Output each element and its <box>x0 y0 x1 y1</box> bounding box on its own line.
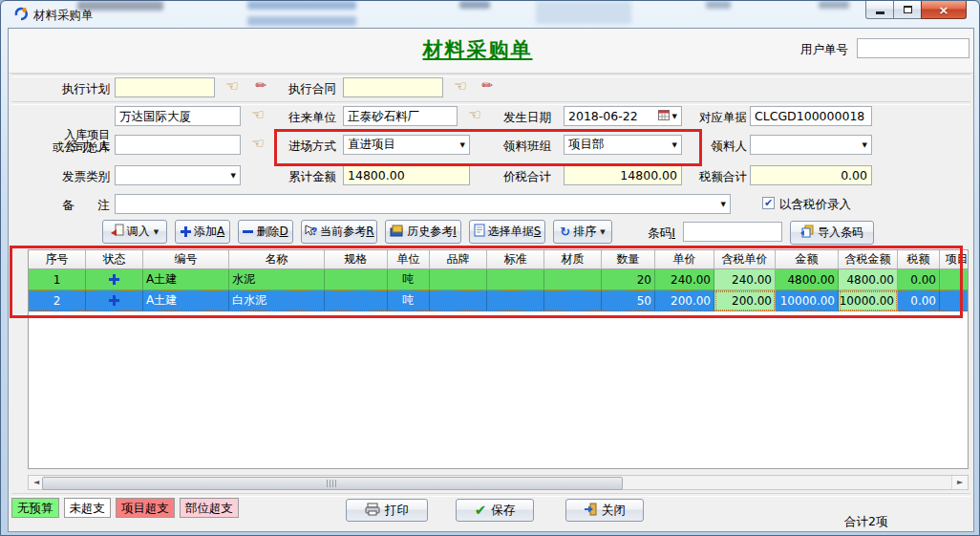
toolbar-button-book[interactable]: 历史参考I <box>385 220 461 244</box>
horizontal-scrollbar[interactable]: ◄ ► <box>28 475 969 490</box>
table-cell[interactable] <box>544 290 602 311</box>
exec-contract-input[interactable] <box>343 77 443 97</box>
picking-team-select[interactable]: 项目部▼ <box>564 135 682 155</box>
toolbar-button-note[interactable]: 选择单据S <box>469 220 545 244</box>
maximize-button[interactable] <box>894 1 921 19</box>
invoice-type-select[interactable]: ▼ <box>115 165 241 185</box>
project-lookup-hand-icon[interactable]: ☜ <box>246 105 269 124</box>
remark-combo[interactable]: ▼ <box>115 194 731 214</box>
import-barcode-button[interactable]: 导入条码 <box>790 221 874 245</box>
table-cell[interactable]: 50 <box>602 290 655 311</box>
toolbar-button-sort[interactable]: ↻排序▼ <box>553 220 612 244</box>
table-cell[interactable] <box>544 269 602 290</box>
table-cell[interactable]: 1 <box>29 269 86 290</box>
minimize-button[interactable] <box>865 1 894 19</box>
table-cell[interactable]: 吨 <box>388 290 430 311</box>
table-cell[interactable]: 吨 <box>388 269 430 290</box>
column-header[interactable]: 含税单价 <box>714 250 776 269</box>
column-header[interactable]: 含税金额 <box>839 250 898 269</box>
ref-doc-input[interactable]: CLCGD100000018 <box>750 106 872 126</box>
toolbar-button-plus[interactable]: 添加A <box>175 220 230 244</box>
table-cell[interactable] <box>325 269 388 290</box>
column-header[interactable]: 编号 <box>143 250 229 269</box>
table-cell[interactable] <box>940 290 969 311</box>
toolbar-button-minus[interactable]: 删除D <box>238 220 293 244</box>
table-cell[interactable]: A土建 <box>143 269 229 290</box>
column-header[interactable]: 金额 <box>776 250 839 269</box>
table-cell[interactable] <box>86 290 143 311</box>
column-header[interactable]: 单价 <box>655 250 714 269</box>
user-no-input[interactable] <box>857 38 969 58</box>
table-row[interactable]: 2A土建白水泥吨50200.00200.0010000.0010000.000.… <box>29 290 968 311</box>
column-header[interactable]: 税额 <box>898 250 940 269</box>
entry-mode-label: 进场方式 <box>279 139 336 155</box>
column-header[interactable]: 项目预算 <box>940 250 969 269</box>
close-form-button[interactable]: 关闭 <box>565 499 644 522</box>
entry-mode-select[interactable]: 直进项目▼ <box>343 135 470 155</box>
table-cell[interactable]: 4800.00 <box>776 269 839 290</box>
column-header[interactable]: 规格 <box>325 250 388 269</box>
table-cell[interactable] <box>940 269 969 290</box>
toolbar-button-cursor-help[interactable]: ?当前参考R <box>301 220 377 244</box>
tax-checkbox[interactable]: ✔ <box>762 197 775 209</box>
table-cell[interactable]: 0.00 <box>898 290 940 311</box>
barcode-input[interactable] <box>683 222 782 242</box>
table-cell[interactable]: A土建 <box>143 290 229 311</box>
table-cell[interactable] <box>487 269 544 290</box>
column-header[interactable]: 状态 <box>86 250 143 269</box>
title-bar[interactable]: 材料采购单 × <box>1 1 979 28</box>
table-cell[interactable]: 10000.00 <box>839 290 898 311</box>
table-cell[interactable] <box>325 290 388 311</box>
table-cell[interactable]: 240.00 <box>655 269 714 290</box>
print-button[interactable]: 打印 <box>346 499 428 522</box>
chevron-down-icon: ▼ <box>721 201 726 208</box>
table-cell[interactable] <box>430 269 487 290</box>
picker-select[interactable]: ▼ <box>750 135 872 155</box>
scroll-right-arrow-icon[interactable]: ► <box>951 476 968 489</box>
table-cell[interactable]: 200.00 <box>714 290 776 311</box>
table-cell[interactable]: 4800.00 <box>839 269 898 290</box>
exec-contract-lookup-hand-icon[interactable]: ☜ <box>449 76 472 96</box>
exec-plan-lookup-hand-icon[interactable]: ☜ <box>221 76 244 96</box>
exec-contract-clear-pencil-icon[interactable]: ✏ <box>476 75 499 95</box>
exec-plan-clear-pencil-icon[interactable]: ✏ <box>249 75 272 95</box>
table-cell[interactable]: 白水泥 <box>229 290 325 311</box>
exec-plan-input[interactable] <box>115 77 215 97</box>
checkmark-icon: ✔ <box>763 198 774 208</box>
sort-icon: ↻ <box>560 225 570 238</box>
table-cell[interactable]: 水泥 <box>229 269 325 290</box>
table-body: 1A土建水泥吨20240.00240.004800.004800.000.002… <box>29 269 968 311</box>
handler-input[interactable] <box>115 135 241 155</box>
table-cell[interactable]: 200.00 <box>655 290 714 311</box>
table-cell[interactable]: 20 <box>602 269 655 290</box>
table-cell[interactable] <box>430 290 487 311</box>
handler-lookup-hand-icon[interactable]: ☜ <box>246 134 269 153</box>
date-input[interactable]: 2018-06-22 ▼ <box>564 106 682 126</box>
table-cell[interactable] <box>487 290 544 311</box>
chevron-down-icon: ▼ <box>672 113 677 120</box>
table-cell[interactable]: 10000.00 <box>776 290 839 311</box>
column-header[interactable]: 单位 <box>388 250 430 269</box>
column-header[interactable]: 材质 <box>544 250 602 269</box>
column-header[interactable]: 名称 <box>229 250 325 269</box>
supplier-input[interactable]: 正泰砂石料厂 <box>343 106 458 126</box>
supplier-lookup-hand-icon[interactable]: ☜ <box>463 105 486 124</box>
toolbar-button-import-doc[interactable]: 调入▼ <box>102 220 167 244</box>
table-row[interactable]: 1A土建水泥吨20240.00240.004800.004800.000.00 <box>29 269 968 290</box>
table-cell[interactable]: 240.00 <box>714 269 776 290</box>
maximize-icon <box>904 6 912 13</box>
column-header[interactable]: 序号 <box>29 250 86 269</box>
column-header[interactable]: 数量 <box>602 250 655 269</box>
project-input[interactable]: 万达国际大厦 <box>115 106 241 126</box>
save-button[interactable]: ✔ 保存 <box>456 499 534 522</box>
column-header[interactable]: 标准 <box>487 250 544 269</box>
column-header[interactable]: 品牌 <box>430 250 487 269</box>
table-cell[interactable]: 0.00 <box>898 269 940 290</box>
scrollbar-grip-icon <box>327 480 338 487</box>
scrollbar-thumb[interactable] <box>42 477 623 490</box>
total-tax-label: 税额合计 <box>692 169 747 185</box>
picker-label: 领料人 <box>692 139 747 155</box>
table-cell[interactable] <box>86 269 143 290</box>
close-button[interactable]: × <box>921 1 967 19</box>
table-cell[interactable]: 2 <box>29 290 86 311</box>
